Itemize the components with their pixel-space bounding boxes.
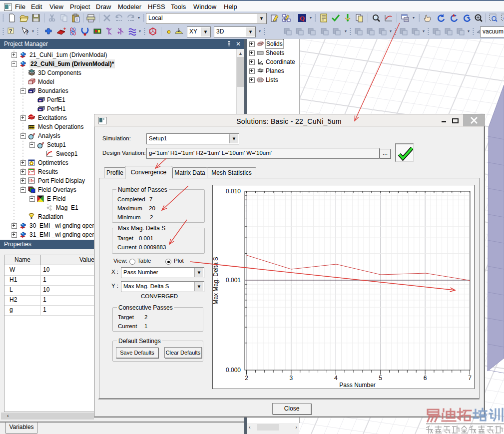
svg-text:?: ? [25,29,29,35]
svg-text:+: + [63,26,66,31]
svg-text:7: 7 [468,375,472,382]
svg-text:0.001: 0.001 [226,277,241,284]
svg-text:Pass Number: Pass Number [339,382,376,388]
svg-text:4: 4 [334,375,338,382]
svg-text:0.010: 0.010 [226,188,241,195]
svg-text:?: ? [9,28,12,34]
svg-text:Q: Q [300,14,305,22]
svg-text:0.000: 0.000 [226,367,241,374]
svg-text:6: 6 [424,375,427,382]
svg-text:Max Mag. Delta S: Max Mag. Delta S [213,257,219,304]
svg-text:2: 2 [245,375,248,382]
svg-text:+: + [117,30,120,35]
svg-text:5: 5 [379,375,382,382]
svg-text:+: + [106,26,108,31]
svg-text:3: 3 [290,375,293,382]
